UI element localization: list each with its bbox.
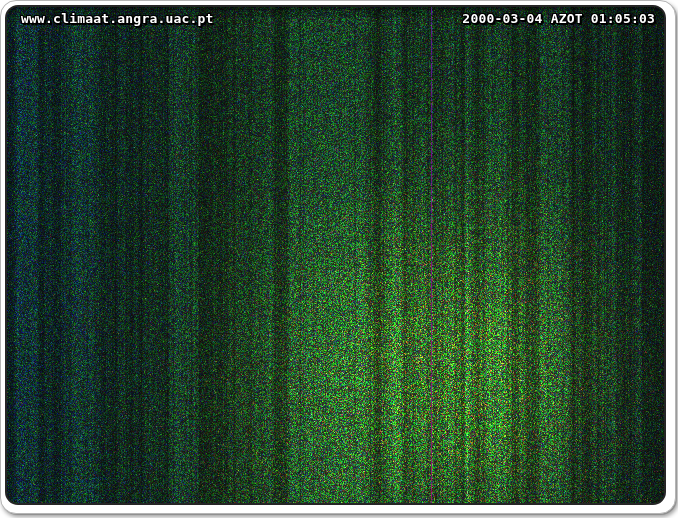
webcam-image	[7, 7, 664, 503]
overlay-timestamp-text: 2000-03-04 AZOT 01:05:03	[462, 11, 655, 26]
webcam-card: www.climaat.angra.uac.pt 2000-03-04 AZOT…	[0, 0, 676, 514]
webcam-frame: www.climaat.angra.uac.pt 2000-03-04 AZOT…	[5, 5, 666, 505]
overlay-url-text: www.climaat.angra.uac.pt	[21, 11, 214, 26]
webcam-page: www.climaat.angra.uac.pt 2000-03-04 AZOT…	[0, 0, 678, 518]
